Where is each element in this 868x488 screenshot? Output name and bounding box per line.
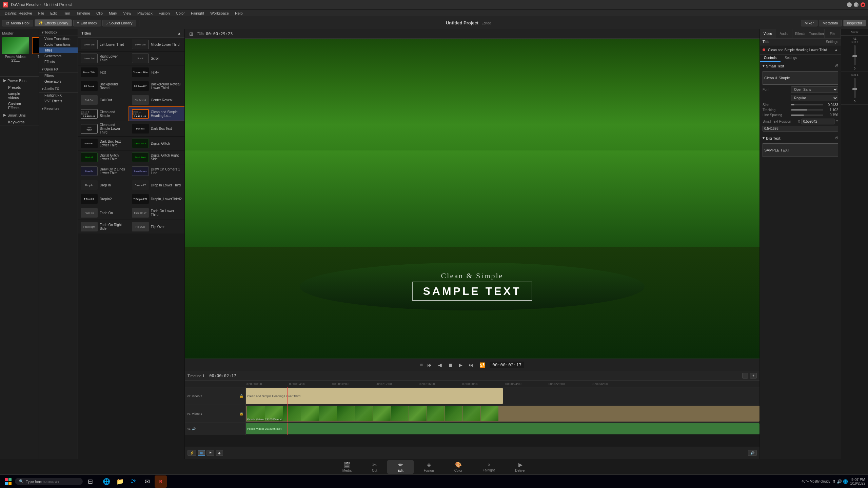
title-dark-box-lower[interactable]: Dark Box LT Dark Box Text Lower Third [78,137,129,150]
mixer-bus1-fader[interactable] [854,78,856,98]
track-v1-lock-icon[interactable]: 🔒 [239,412,243,415]
menu-timeline[interactable]: Timeline [74,11,93,16]
small-text-input[interactable] [763,71,838,85]
maximize-button[interactable]: □ [854,2,859,7]
title-background-reveal-lower[interactable]: BG Reveal LT Background Reveal Lower Thi… [129,79,184,93]
toolbox-effects[interactable]: Effects [39,59,78,65]
line-spacing-slider[interactable] [791,115,823,116]
presets-item[interactable]: Presets [0,84,39,90]
smart-bins-header[interactable]: ▶ Smart Bins [0,111,39,119]
title-text-plus[interactable]: Custom Title Text+ [129,65,184,79]
v1-clip[interactable]: Pexels Videos 2316345.mp4 [246,406,760,422]
step-back-button[interactable]: ◀ [436,361,443,369]
metadata-button[interactable]: Metadata [819,20,842,26]
title-call-out[interactable]: Call Out Call Out [78,93,129,107]
titles-collapse-icon[interactable]: ▲ [177,31,181,35]
toolbox-video-transitions[interactable]: Video Transitions [39,36,78,42]
title-draw-on-2-lines[interactable]: Draw On Draw On 2 Lines Lower Third [78,164,129,178]
module-cut[interactable]: ✂ Cut [362,460,388,474]
font-weight-select[interactable]: Regular [791,95,838,101]
big-text-reset-btn[interactable]: ↺ [834,136,838,141]
taskbar-resolve-pinned[interactable]: R [155,475,167,488]
menu-fairlight[interactable]: Fairlight [188,11,207,16]
timeline-flag-btn[interactable]: ⚑ [206,450,214,456]
small-text-pos-y[interactable] [763,126,838,131]
skip-to-start-button[interactable]: ⏮ [426,361,434,369]
big-text-header[interactable]: ▾ Big Text ↺ [760,134,841,142]
tab-effects[interactable]: Effects [792,29,809,38]
timeline-snap-btn[interactable]: ⊞ [198,450,205,456]
taskbar-search-box[interactable]: 🔍 Type here to search [15,478,83,485]
inspector-settings-label[interactable]: Settings [826,40,838,44]
power-bins-header[interactable]: ▶ Power Bins [0,77,39,84]
menu-playback[interactable]: Playback [135,11,155,16]
title-fade-on[interactable]: Fade On Fade On [78,206,129,220]
module-fusion[interactable]: ◈ Fusion [414,460,444,474]
keywords-item[interactable]: Keywords [0,119,39,125]
title-digital-glitch-lower[interactable]: Glitch LT Digital Glitch Lower Third [78,150,129,164]
tab-video[interactable]: Video [760,29,776,38]
title-clean-simple-lower[interactable]: Clean TEXT Clean and Simple Lower Third [78,121,129,136]
close-button[interactable]: ✕ [861,2,865,7]
toolbox-fairlight-fx[interactable]: Fairlight FX [39,93,78,98]
big-text-input[interactable] [763,143,838,157]
play-button[interactable]: ▶ [457,361,464,369]
minimize-button[interactable]: ─ [847,2,852,7]
inspector-collapse-btn[interactable]: ▲ [834,47,838,52]
title-draw-on-corners[interactable]: Draw Corners Draw On Corners 1 Line [129,164,184,178]
tab-audio[interactable]: Audio [776,29,792,38]
stop-button[interactable]: ⏹ [446,361,454,369]
title-clean-simple[interactable]: Clean & Simple SAMPLE Clean and Simple [78,107,129,121]
timeline-audio-levels-btn[interactable]: 🔊 [748,450,757,456]
track-v2-lock-icon[interactable]: 🔒 [239,394,243,398]
timeline-zoom-out[interactable]: - [742,373,748,379]
module-color[interactable]: 🎨 Color [444,460,473,474]
toolbox-audio-transitions[interactable]: Audio Transitions [39,42,78,47]
title-middle-lower-third[interactable]: Lower 3rd Middle Lower Third [129,38,184,51]
menu-clip[interactable]: Clip [94,11,105,16]
title-dropin-lower-third2[interactable]: T DropIn LT2 DropIn_LowerThird2 [129,192,184,206]
sound-library-button[interactable]: ♪ Sound Library [102,20,136,26]
module-edit[interactable]: ✏ Edit [387,460,413,474]
module-media[interactable]: 🎬 Media [332,460,362,474]
tab-file[interactable]: File [825,29,841,38]
title-dropin2[interactable]: T DropIn2 DropIn2 [78,192,129,206]
loop-button[interactable]: 🔁 [478,361,487,369]
small-text-header[interactable]: ▾ Small Text ↺ [760,62,841,70]
bin-item-video[interactable]: Pexels Videos 231... [2,37,29,62]
mixer-a1-fader[interactable] [854,45,856,65]
menu-trim[interactable]: Trim [60,11,73,16]
small-text-reset-btn[interactable]: ↺ [834,63,838,68]
title-center-reveal[interactable]: Ctr Reveal Center Reveal [129,93,184,107]
menu-help[interactable]: Help [232,11,245,16]
title-fade-on-right[interactable]: Fade Right Fade On Right Side [78,220,129,233]
title-clean-simple-heading[interactable]: Clean & Simple SAMPLE Clean and Simple H… [129,107,184,121]
timeline-ripple-btn[interactable]: ⚡ [188,450,196,456]
tab-transition[interactable]: Transition [808,29,825,38]
taskbar-store[interactable]: 🛍 [127,475,140,488]
inspector-controls-tab[interactable]: Controls [760,55,781,62]
title-drop-in-lower[interactable]: Drop In LT Drop In Lower Third [129,178,184,192]
toolbox-generators-fx[interactable]: Generators [39,79,78,84]
menu-workspace[interactable]: Workspace [208,11,232,16]
title-background-reveal[interactable]: BG Reveal Background Reveal [78,79,129,93]
start-button[interactable] [3,476,14,487]
menu-fusion[interactable]: Fusion [156,11,173,16]
custom-effects-item[interactable]: Custom Effects [0,101,39,111]
menu-edit[interactable]: Edit [47,11,59,16]
title-scroll[interactable]: Scroll Scroll [129,52,184,65]
title-fade-on-lower[interactable]: Fade On LT Fade On Lower Third [129,206,184,220]
taskbar-edge-browser[interactable]: 🌐 [100,475,113,488]
bin-item-timeline[interactable]: ⏱ Timeline 1 [32,37,39,62]
menu-view[interactable]: View [120,11,134,16]
toolbox-vst-effects[interactable]: VST Effects [39,98,78,104]
toolbox-generators[interactable]: Generators [39,53,78,59]
mixer-button[interactable]: Mixer [801,20,817,26]
tracking-slider[interactable] [791,109,823,110]
preview-layout-btn[interactable]: ⊞ [188,30,195,38]
inspector-button[interactable]: Inspector [843,20,866,26]
taskbar-mail[interactable]: ✉ [141,475,153,488]
module-fairlight[interactable]: ♪ Fairlight [473,460,505,473]
inspector-settings-tab[interactable]: Settings [781,55,801,62]
title-flip-over[interactable]: Flip Over Flip Over [129,220,184,233]
